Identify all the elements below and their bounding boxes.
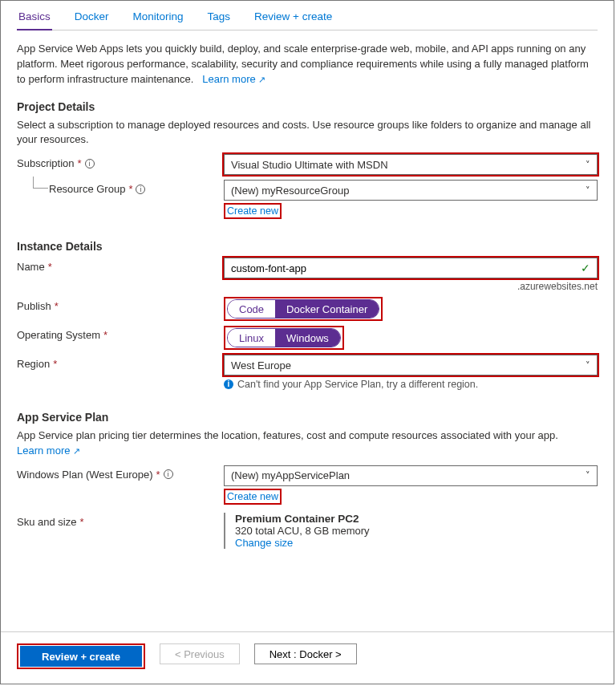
resource-group-label: Resource Group * i xyxy=(17,180,224,195)
footer: Review + create < Previous Next : Docker… xyxy=(1,631,614,684)
tab-review[interactable]: Review + create xyxy=(253,10,334,30)
app-service-plan-desc: App Service plan pricing tier determines… xyxy=(17,428,598,459)
project-details-heading: Project Details xyxy=(17,100,598,113)
create-new-plan-link[interactable]: Create new xyxy=(224,489,282,505)
instance-details-heading: Instance Details xyxy=(17,240,598,253)
plan-select[interactable]: (New) myAppServicePlan˅ xyxy=(224,465,598,486)
resource-group-select[interactable]: (New) myResourceGroup˅ xyxy=(224,180,598,201)
publish-toggle[interactable]: Code Docker Container xyxy=(227,299,379,319)
intro-text: App Service Web Apps lets you quickly bu… xyxy=(17,42,598,87)
region-select[interactable]: West Europe˅ xyxy=(224,355,598,375)
tab-docker[interactable]: Docker xyxy=(73,10,111,30)
info-icon: i xyxy=(224,380,233,389)
learn-more-link[interactable]: Learn more xyxy=(202,73,265,85)
os-windows-option[interactable]: Windows xyxy=(275,329,340,347)
name-input[interactable]: ✓ xyxy=(224,258,598,278)
subscription-select[interactable]: Visual Studio Ultimate with MSDN˅ xyxy=(224,154,598,175)
sku-label: Sku and size * xyxy=(17,513,224,528)
os-toggle[interactable]: Linux Windows xyxy=(227,328,341,347)
chevron-down-icon: ˅ xyxy=(586,470,590,481)
region-hint: i Can't find your App Service Plan, try … xyxy=(224,379,598,390)
region-label: Region * xyxy=(17,355,224,370)
app-service-plan-heading: App Service Plan xyxy=(17,411,598,424)
chevron-down-icon: ˅ xyxy=(586,160,590,170)
info-icon[interactable]: i xyxy=(136,185,145,194)
name-suffix: .azurewebsites.net xyxy=(224,281,598,292)
previous-button: < Previous xyxy=(160,643,240,664)
tab-basics[interactable]: Basics xyxy=(17,10,52,30)
chevron-down-icon: ˅ xyxy=(586,360,590,371)
tab-tags[interactable]: Tags xyxy=(206,10,233,30)
publish-code-option[interactable]: Code xyxy=(228,300,275,318)
tab-bar: Basics Docker Monitoring Tags Review + c… xyxy=(17,10,598,30)
project-details-desc: Select a subscription to manage deployed… xyxy=(17,118,598,148)
change-size-link[interactable]: Change size xyxy=(235,537,598,549)
tab-monitoring[interactable]: Monitoring xyxy=(132,10,185,30)
next-button[interactable]: Next : Docker > xyxy=(254,643,357,664)
check-icon: ✓ xyxy=(581,262,590,274)
plan-label: Windows Plan (West Europe) * i xyxy=(17,465,224,481)
create-new-rg-link[interactable]: Create new xyxy=(224,203,282,219)
info-icon[interactable]: i xyxy=(164,469,173,479)
sku-display: Premium Container PC2 320 total ACU, 8 G… xyxy=(224,513,598,549)
os-linux-option[interactable]: Linux xyxy=(228,329,275,347)
publish-label: Publish * xyxy=(17,297,224,312)
publish-docker-option[interactable]: Docker Container xyxy=(275,300,379,318)
review-create-button[interactable]: Review + create xyxy=(20,646,142,667)
info-icon[interactable]: i xyxy=(85,159,95,168)
os-label: Operating System * xyxy=(17,326,224,341)
name-label: Name * xyxy=(17,258,224,273)
subscription-label: Subscription * i xyxy=(17,154,224,169)
plan-learn-more-link[interactable]: Learn more xyxy=(17,444,80,457)
chevron-down-icon: ˅ xyxy=(586,185,590,196)
